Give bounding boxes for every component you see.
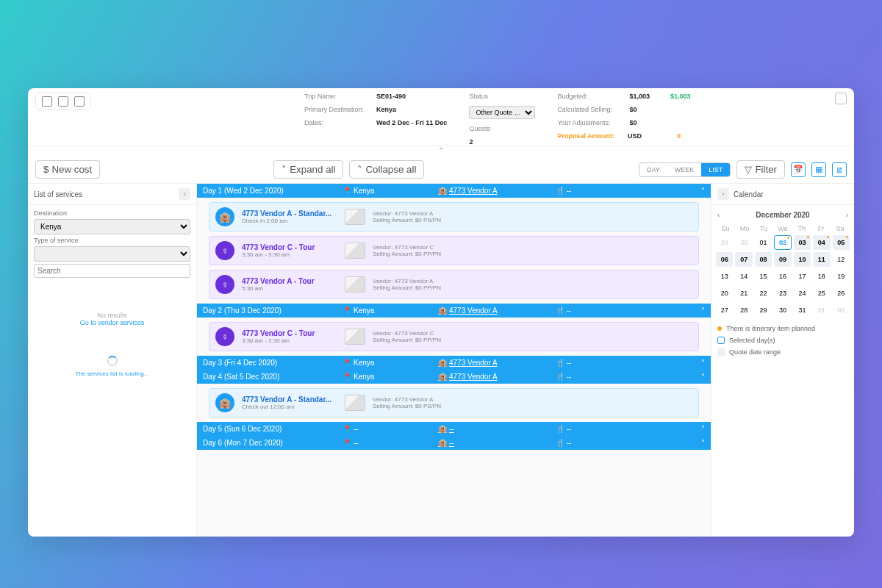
expand-all-button[interactable]: ˅Expand all <box>273 160 343 179</box>
calendar-day[interactable]: 24 <box>794 286 811 301</box>
calendar-day[interactable]: 30 <box>735 235 752 250</box>
new-cost-button[interactable]: $New cost <box>35 160 100 179</box>
calendar-day[interactable]: 13 <box>716 269 733 284</box>
view-day[interactable]: DAY <box>639 163 667 176</box>
destination-select[interactable]: Kenya <box>34 219 190 234</box>
calendar-day[interactable]: 07 <box>735 252 752 267</box>
calendar-day[interactable]: 01 <box>813 303 830 318</box>
chevron-icon[interactable]: ˅ <box>701 439 705 447</box>
pin-icon: 📍 <box>343 187 351 195</box>
calendar-day[interactable]: 08 <box>755 252 772 267</box>
chevron-icon[interactable]: ˅ <box>701 359 705 367</box>
save-icon[interactable] <box>42 96 52 107</box>
export-icon[interactable] <box>58 96 68 107</box>
calendar-day[interactable]: 05 <box>833 235 850 250</box>
calendar-day[interactable]: 16 <box>774 269 791 284</box>
calendar-day[interactable]: 10 <box>794 252 811 267</box>
calendar-day[interactable]: 27 <box>716 303 733 318</box>
day-header[interactable]: Day 2 (Thu 3 Dec 2020) 📍Kenya 🏨4773 Vend… <box>197 304 711 318</box>
calendar-day[interactable]: 12 <box>833 252 850 267</box>
calendar-day[interactable]: 14 <box>735 269 752 284</box>
chevron-icon[interactable]: ˄ <box>701 306 705 315</box>
itinerary-list[interactable]: Day 1 (Wed 2 Dec 2020) 📍Kenya 🏨4773 Vend… <box>197 184 711 537</box>
chevron-icon[interactable]: ˅ <box>701 425 705 433</box>
day-header[interactable]: Day 1 (Wed 2 Dec 2020) 📍Kenya 🏨4773 Vend… <box>197 184 711 198</box>
calendar-day[interactable]: 06 <box>716 252 733 267</box>
calendar-day[interactable]: 02 <box>833 303 850 318</box>
day-location: -- <box>354 425 359 433</box>
no-results-text: No results <box>28 312 196 319</box>
calendar-day[interactable]: 03 <box>794 235 811 250</box>
calendar-day[interactable]: 18 <box>813 269 830 284</box>
service-card[interactable]: ♀ 4773 Vendor A - Tour 5:30 am Vendor: 4… <box>209 270 699 299</box>
status-select[interactable]: Other Quote … <box>469 106 535 119</box>
collapse-left-icon[interactable]: ‹ <box>179 188 190 200</box>
day-vendor[interactable]: 4773 Vendor A <box>449 373 498 381</box>
type-select[interactable] <box>34 246 190 262</box>
service-card[interactable]: 🏨 4773 Vendor A - Standar... Check in 2:… <box>209 202 699 232</box>
card-selling: Selling Amount: $0 PP/PN <box>373 337 441 343</box>
calendar-day[interactable]: 11 <box>813 252 830 267</box>
day-vendor[interactable]: 4773 Vendor A <box>449 187 498 195</box>
calendar-day[interactable]: 22 <box>755 286 772 301</box>
calendar-day[interactable]: 29 <box>716 235 733 250</box>
calendar-day[interactable]: 17 <box>794 269 811 284</box>
chevron-icon[interactable]: ˄ <box>701 187 705 195</box>
collapse-right-icon[interactable]: › <box>717 188 729 200</box>
pin-icon: 📍 <box>343 425 351 433</box>
calendar-day[interactable]: 21 <box>735 286 752 301</box>
calendar-day[interactable]: 02 <box>774 235 791 250</box>
settings-icon[interactable] <box>835 93 847 104</box>
budgeted-value: $1,003 <box>629 93 650 100</box>
search-input[interactable] <box>34 264 190 278</box>
day-vendor[interactable]: 4773 Vendor A <box>449 359 498 367</box>
calendar-day[interactable]: 26 <box>833 286 850 301</box>
service-card[interactable]: ♀ 4773 Vendor C - Tour 3:30 am - 3:30 am… <box>209 236 699 265</box>
day-header[interactable]: Day 4 (Sat 5 Dec 2020) 📍Kenya 🏨4773 Vend… <box>197 370 711 384</box>
calendar-day[interactable]: 20 <box>716 286 733 301</box>
bed-icon: 🏨 <box>438 439 447 447</box>
day-header[interactable]: Day 5 (Sun 6 Dec 2020) 📍-- 🏨-- 🍴 -- ˅ <box>197 422 711 436</box>
calendar-day[interactable]: 15 <box>755 269 772 284</box>
day-vendor[interactable]: -- <box>449 425 454 433</box>
calendar-day[interactable]: 30 <box>774 303 791 318</box>
day-header[interactable]: Day 6 (Mon 7 Dec 2020) 📍-- 🏨-- 🍴 -- ˅ <box>197 436 711 450</box>
day-vendor[interactable]: 4773 Vendor A <box>449 306 498 315</box>
doc-icon[interactable]: 🗎 <box>832 162 847 177</box>
calendar-day[interactable]: 25 <box>813 286 830 301</box>
calendar-day[interactable]: 01 <box>755 235 772 250</box>
grid-icon[interactable]: ▦ <box>811 162 826 177</box>
calendar-day[interactable]: 28 <box>735 303 752 318</box>
calendar-day[interactable]: 29 <box>755 303 772 318</box>
chevron-icon[interactable]: ˄ <box>701 373 705 381</box>
food-icon: 🍴 <box>556 439 564 447</box>
prev-month-icon[interactable]: ‹ <box>717 211 720 219</box>
filter-button[interactable]: ▽Filter <box>736 160 785 179</box>
add-icon[interactable] <box>74 96 85 107</box>
next-month-icon[interactable]: › <box>846 211 848 219</box>
day-header[interactable]: Day 3 (Fri 4 Dec 2020) 📍Kenya 🏨4773 Vend… <box>197 356 711 370</box>
day-vendor[interactable]: -- <box>449 439 454 447</box>
collapse-all-button[interactable]: ˄Collapse all <box>349 160 424 179</box>
calendar-day[interactable]: 04 <box>813 235 830 250</box>
calendar-panel: › Calendar ‹ December 2020 › SuMoTuWeThF… <box>711 184 854 537</box>
view-week[interactable]: WEEK <box>667 163 702 176</box>
calendar-day[interactable]: 19 <box>833 269 850 284</box>
view-list[interactable]: LIST <box>701 163 730 176</box>
app-window: Trip Name:SE01-490 Primary Destination:K… <box>28 88 854 537</box>
primary-dest-label: Primary Destination: <box>304 106 370 113</box>
calendar-day[interactable]: 31 <box>794 303 811 318</box>
calendar-icon[interactable]: 📅 <box>791 162 806 177</box>
go-vendor-link[interactable]: Go to vendor services <box>28 319 196 326</box>
collapse-header-icon[interactable]: ⌃ <box>28 146 854 156</box>
filter-icon: ▽ <box>745 164 752 175</box>
service-card[interactable]: ♀ 4773 Vendor C - Tour 3:30 am - 3:30 am… <box>209 322 699 351</box>
calendar-day[interactable]: 23 <box>774 286 791 301</box>
service-card[interactable]: 🏨 4773 Vendor A - Standar... Check out 1… <box>209 388 699 417</box>
chevron-down-icon: ˅ <box>282 164 287 175</box>
guests-value: 2 <box>469 138 535 146</box>
image-placeholder <box>345 243 365 259</box>
calendar-day[interactable]: 09 <box>774 252 791 267</box>
legend-dot-icon <box>717 326 722 331</box>
dates-value: Wed 2 Dec - Fri 11 Dec <box>376 119 447 126</box>
